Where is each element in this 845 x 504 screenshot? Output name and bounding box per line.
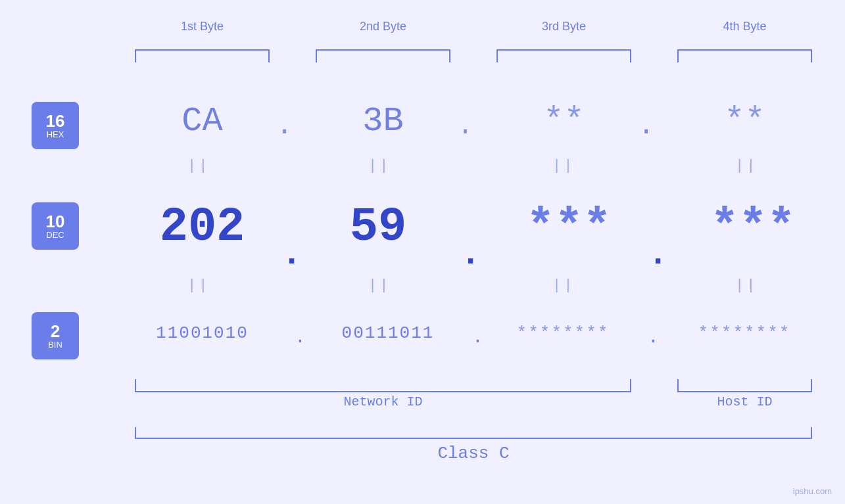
eq-hex-3: || (552, 158, 575, 174)
bin-val-1: 11001010 (115, 323, 289, 343)
hex-badge-num: 16 (46, 112, 65, 129)
hex-val-2: 3B (316, 102, 450, 141)
hex-dot-3: . (638, 110, 654, 142)
bracket-top-4 (677, 49, 812, 62)
eq-hex-2: || (368, 158, 391, 174)
bin-badge-num: 2 (51, 323, 60, 340)
hex-val-3: ** (496, 102, 631, 141)
bracket-network-id (135, 379, 631, 392)
dec-val-2: 59 (302, 200, 454, 254)
host-id-label: Host ID (677, 394, 812, 409)
bin-val-3: ******** (488, 323, 638, 343)
col-header-3: 3rd Byte (496, 20, 631, 34)
eq-hex-1: || (187, 158, 210, 174)
hex-dot-2: . (457, 110, 473, 142)
hex-val-1: CA (135, 102, 270, 141)
bin-dot-1: . (295, 327, 306, 348)
dec-badge-num: 10 (46, 213, 65, 230)
dec-val-3: *** (496, 200, 641, 254)
hex-badge-label: HEX (47, 129, 64, 139)
dec-val-4: *** (677, 200, 829, 254)
dec-badge-label: DEC (46, 230, 64, 240)
col-header-4: 4th Byte (677, 20, 812, 34)
col-header-1: 1st Byte (135, 20, 270, 34)
dec-dot-2: . (460, 235, 481, 274)
bin-val-4: ******** (665, 323, 823, 343)
bin-val-2: 00111011 (309, 323, 467, 343)
eq-dec-2: || (368, 277, 391, 294)
eq-dec-3: || (552, 277, 575, 294)
dec-dot-1: . (281, 235, 302, 274)
dec-val-1: 202 (115, 200, 289, 254)
hex-dot-1: . (276, 110, 293, 142)
dec-badge: 10 DEC (32, 202, 79, 250)
bracket-top-2 (316, 49, 450, 62)
eq-hex-4: || (735, 158, 758, 174)
bracket-top-3 (496, 49, 631, 62)
bin-dot-3: . (648, 327, 659, 348)
bracket-top-1 (135, 49, 270, 62)
bin-dot-2: . (472, 327, 483, 348)
col-header-2: 2nd Byte (316, 20, 450, 34)
bin-badge: 2 BIN (32, 312, 79, 359)
hex-val-4: ** (677, 102, 812, 141)
bracket-host-id (677, 379, 812, 392)
watermark: ipshu.com (793, 486, 832, 496)
eq-dec-1: || (187, 277, 210, 294)
bin-badge-label: BIN (48, 340, 62, 350)
class-label: Class C (135, 444, 812, 463)
bracket-class-c (135, 427, 812, 439)
network-id-label: Network ID (135, 394, 631, 409)
hex-badge: 16 HEX (32, 102, 79, 149)
eq-dec-4: || (735, 277, 758, 294)
dec-dot-3: . (648, 235, 668, 274)
